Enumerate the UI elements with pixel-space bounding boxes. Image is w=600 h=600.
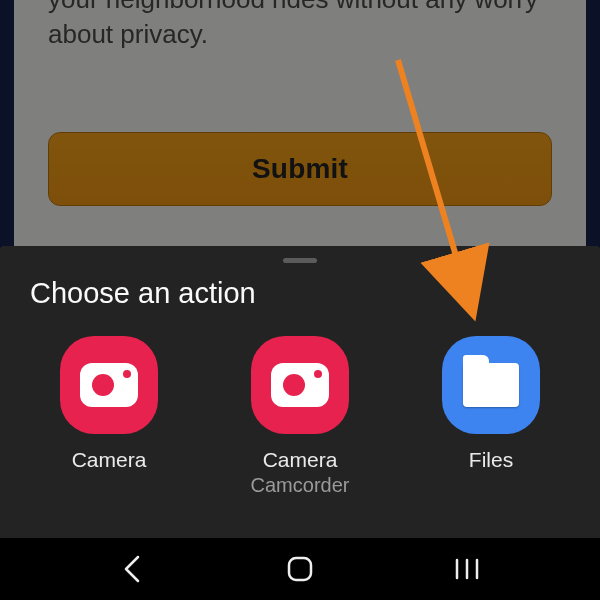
app-item-camera-camcorder[interactable]: Camera Camcorder [225,336,375,497]
app-label: Camera [72,448,147,472]
nav-recents-button[interactable] [447,549,487,589]
app-item-camera[interactable]: Camera [34,336,184,497]
folder-icon [442,336,540,434]
app-sublabel: Camcorder [251,474,350,497]
app-label: Files [469,448,513,472]
apps-row: Camera Camera Camcorder Files [0,310,600,497]
app-item-files[interactable]: Files [416,336,566,497]
app-label: Camera [263,448,338,472]
nav-home-button[interactable] [280,549,320,589]
sheet-title: Choose an action [0,277,600,310]
android-navbar [0,538,600,600]
sheet-drag-handle[interactable] [283,258,317,263]
camera-icon [60,336,158,434]
camera-icon [251,336,349,434]
svg-rect-0 [289,558,311,580]
screen-root: your neighborhood rides without any worr… [0,0,600,600]
nav-back-button[interactable] [113,549,153,589]
action-chooser-sheet: Choose an action Camera Camera Camcorder [0,246,600,538]
